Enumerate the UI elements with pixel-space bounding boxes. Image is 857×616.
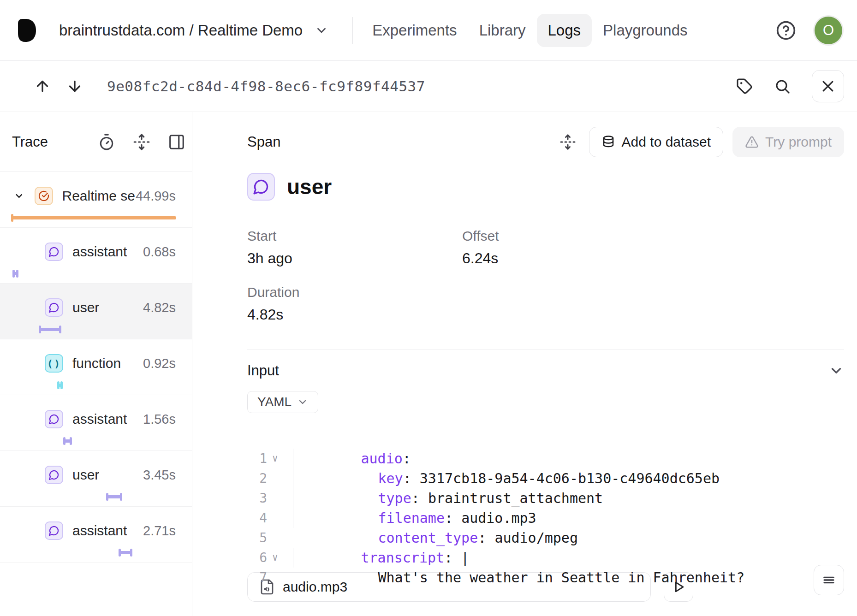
yaml-code-viewer: 1∨audio: 2key: 3317cb18-9a54-4c06-b130-c… [247,429,844,568]
span-name: user [287,174,332,199]
chat-bubble-icon [45,243,63,261]
section-divider [247,349,844,349]
span-panel: Span Add to dataset Try prompt user Star… [192,112,857,616]
span-duration: 3.45s [143,468,176,483]
braintrust-logo-icon [15,18,37,43]
try-prompt-button[interactable]: Try prompt [732,127,844,157]
span-timeline-bar [40,328,60,331]
task-check-icon [35,187,53,205]
chevron-down-icon[interactable] [828,363,844,379]
field-duration: Duration 4.82s [247,284,462,323]
trace-span-row-assistant-2[interactable]: assistant 1.56s [0,395,192,451]
avatar[interactable]: O [815,17,842,44]
trace-panel-title: Trace [12,134,48,150]
trace-span-row-user-2[interactable]: user 3.45s [0,451,192,507]
function-icon: () [45,354,63,373]
help-button[interactable] [776,20,796,41]
span-label: assistant [72,411,127,427]
chevron-down-icon [315,24,328,37]
nav-item-library[interactable]: Library [468,14,537,47]
top-nav: braintrustdata.com / Realtime Demo Exper… [0,0,857,61]
span-label: user [72,467,99,483]
span-title-row: user [247,173,844,201]
format-selector[interactable]: YAML [247,391,318,413]
chat-bubble-icon [45,466,63,484]
help-icon [776,20,796,41]
span-panel-title: Span [247,134,280,150]
hamburger-menu-icon [821,572,837,588]
tag-button[interactable] [736,78,753,95]
timing-toggle-button[interactable] [98,133,115,151]
span-label: Realtime ses... [62,188,136,204]
close-icon [820,78,836,94]
project-switcher[interactable]: braintrustdata.com / Realtime Demo [59,22,328,39]
chevron-down-icon [297,397,308,408]
trace-span-row-function[interactable]: () function 0.92s [0,339,192,395]
code-line: 2key: 3317cb18-9a54-4c06-b130-c49640dc65… [247,449,844,468]
arrow-up-icon [34,78,51,95]
collapse-all-button[interactable] [133,133,150,151]
span-timeline-bar [64,439,71,443]
trace-span-row-user-1[interactable]: user 4.82s [0,284,192,339]
add-to-dataset-button[interactable]: Add to dataset [589,127,723,157]
field-offset: Offset 6.24s [462,228,844,267]
span-timeline-bar [107,495,121,498]
trace-toolbar: 9e08fc2d-c84d-4f98-8ec6-fc9f89f44537 [0,61,857,112]
warning-triangle-icon [745,135,759,149]
span-panel-header: Span Add to dataset Try prompt [247,127,844,157]
code-line: 5content_type: audio/mpeg [247,508,844,528]
trace-span-row-assistant-1[interactable]: assistant 0.68s [0,228,192,284]
span-label: assistant [72,523,127,539]
trace-span-tree: Realtime ses... 44.99s assistant 0.68s [0,172,192,563]
span-duration: 1.56s [143,412,176,427]
tag-icon [736,78,753,95]
span-timeline-bar [58,384,62,387]
stopwatch-icon [98,133,115,151]
expand-span-button[interactable] [559,134,576,150]
span-timeline-bar [119,551,131,554]
trace-sidebar-header: Trace [0,112,192,172]
span-duration: 2.71s [143,523,176,539]
chat-bubble-icon [247,173,275,201]
span-label: assistant [72,244,127,260]
chevron-down-icon[interactable] [14,190,24,202]
span-timeline-bar [12,216,176,219]
input-section-title: Input [247,362,279,379]
span-duration: 4.82s [143,300,176,315]
span-label: function [72,355,121,371]
span-timeline-bar [13,272,18,275]
database-icon [601,135,615,149]
project-title: braintrustdata.com / Realtime Demo [59,22,303,39]
chat-bubble-icon [45,410,63,428]
chat-bubble-icon [45,298,63,317]
search-icon [774,78,791,95]
code-line: 1∨audio: [247,429,844,449]
input-section-header[interactable]: Input [247,362,844,379]
close-trace-button[interactable] [812,70,844,102]
trace-span-row-realtime-session[interactable]: Realtime ses... 44.99s [0,172,192,228]
nav-item-logs[interactable]: Logs [537,14,592,47]
collapse-panel-button[interactable] [168,133,185,151]
trace-id: 9e08fc2d-c84d-4f98-8ec6-fc9f89f44537 [107,78,425,95]
span-duration: 0.68s [143,244,176,260]
nav-item-playgrounds[interactable]: Playgrounds [592,14,698,47]
span-label: user [72,300,99,315]
fold-vertical-icon [133,133,150,151]
previous-trace-button[interactable] [34,78,51,95]
layout-menu-button[interactable] [814,565,844,595]
main-nav: Experiments Library Logs Playgrounds [361,14,698,47]
arrow-down-icon [66,78,83,95]
nav-item-experiments[interactable]: Experiments [361,14,468,47]
span-metadata: Start 3h ago Offset 6.24s Duration 4.82s [247,228,844,323]
search-button[interactable] [774,78,791,95]
span-duration: 0.92s [143,356,176,371]
trace-span-row-assistant-3[interactable]: assistant 2.71s [0,507,192,563]
unfold-vertical-icon [559,134,576,150]
trace-sidebar: Trace Rea [0,112,192,616]
next-trace-button[interactable] [66,78,83,95]
field-start: Start 3h ago [247,228,462,267]
panel-right-icon [168,133,185,151]
code-line: 6∨transcript: | [247,528,844,548]
nav-divider [352,17,353,44]
span-duration: 44.99s [136,189,176,204]
